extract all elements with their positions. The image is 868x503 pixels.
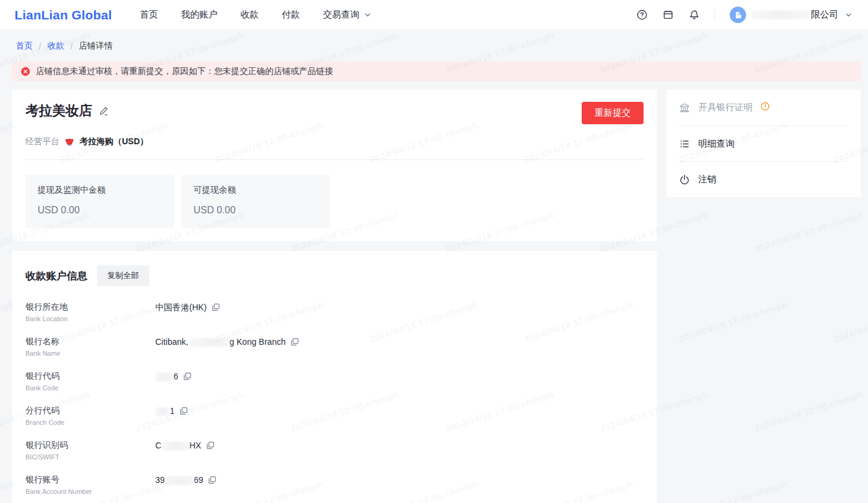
redacted-text [155, 373, 173, 381]
stat-withdrawable-balance: 可提现余额 USD 0.00 [181, 175, 330, 228]
copy-icon[interactable] [183, 372, 192, 381]
edit-icon[interactable] [98, 105, 110, 117]
redacted-text [155, 407, 170, 416]
side-item-detail-query[interactable]: 明细查询 [679, 125, 849, 161]
side-item-bank-certificate[interactable]: 开具银行证明 [679, 90, 849, 125]
bell-icon[interactable] [688, 9, 700, 21]
company-avatar [730, 7, 746, 23]
help-icon[interactable] [636, 9, 648, 21]
copy-icon[interactable] [206, 441, 215, 450]
platform-name: 考拉海购（USD） [79, 136, 149, 147]
breadcrumb: 首页 / 收款 / 店铺详情 [0, 30, 868, 52]
alert-text: 店铺信息未通过审核，请重新提交，原因如下：您未提交正确的店铺或产品链接 [36, 66, 333, 77]
main-nav: 首页 我的账户 收款 付款 交易查询 [140, 9, 372, 21]
bank-code-value: 6 [155, 371, 192, 391]
receiving-account-card: 收款账户信息 复制全部 银行所在地 Bank Location 中国香港(HK) [12, 251, 657, 503]
row-bank-account-number: 银行账号 Bank Account Number 3969 [25, 475, 644, 495]
copy-all-button[interactable]: 复制全部 [97, 265, 149, 286]
account-info-title: 收款账户信息 [25, 269, 87, 283]
chevron-down-icon [844, 10, 853, 20]
breadcrumb-collection[interactable]: 收款 [47, 41, 64, 52]
breadcrumb-current: 店铺详情 [79, 41, 113, 52]
account-menu[interactable]: 限公司 [730, 7, 853, 23]
row-bic-swift: 银行识别码 BIC/SWIFT CHX [25, 440, 644, 461]
redacted-text [752, 10, 810, 19]
nav-item-transaction-query[interactable]: 交易查询 [323, 9, 372, 21]
warning-info-icon [761, 102, 772, 113]
branch-code-value: 1 [155, 405, 188, 426]
copy-icon[interactable] [208, 476, 217, 484]
bank-location-value: 中国香港(HK) [155, 302, 220, 322]
lianlian-global-logo[interactable]: LianLian Global [15, 8, 112, 22]
power-icon [679, 174, 690, 185]
nav-item-home[interactable]: 首页 [140, 9, 158, 21]
copy-icon[interactable] [180, 407, 188, 415]
list-icon [679, 138, 690, 150]
nav-item-payment[interactable]: 付款 [282, 9, 300, 21]
stat-withdrawing-amount: 提现及监测中金额 USD 0.00 [25, 175, 174, 228]
copy-icon[interactable] [212, 303, 220, 311]
shop-summary-card: 考拉美妆店 重新提交 经营平台 考拉海购（USD） [12, 90, 657, 241]
calendar-icon[interactable] [662, 9, 674, 21]
kaola-platform-icon [64, 137, 75, 147]
chevron-down-icon [363, 10, 372, 20]
bank-account-number-value: 3969 [155, 475, 217, 495]
nav-item-my-account[interactable]: 我的账户 [181, 9, 218, 21]
error-alert: 店铺信息未通过审核，请重新提交，原因如下：您未提交正确的店铺或产品链接 [12, 62, 861, 81]
row-branch-code: 分行代码 Branch Code 1 [25, 405, 644, 426]
redacted-text [165, 476, 194, 485]
top-navbar: LianLian Global 首页 我的账户 收款 付款 交易查询 [0, 0, 868, 30]
breadcrumb-home[interactable]: 首页 [16, 41, 33, 52]
platform-label: 经营平台 [25, 136, 59, 147]
bic-swift-value: CHX [155, 440, 215, 461]
nav-item-collection[interactable]: 收款 [241, 9, 259, 21]
row-bank-name: 银行名称 Bank Name Citibank, g Kong Branch [25, 336, 644, 357]
shop-title: 考拉美妆店 [25, 102, 110, 120]
resubmit-button[interactable]: 重新提交 [582, 102, 644, 124]
error-icon [21, 67, 30, 76]
redacted-text [161, 442, 189, 450]
row-bank-location: 银行所在地 Bank Location 中国香港(HK) [25, 302, 644, 322]
side-actions-card: 开具银行证明 明细查询 [667, 90, 861, 197]
company-name: 限公司 [752, 9, 838, 21]
bank-icon [679, 102, 690, 113]
divider [25, 159, 644, 160]
redacted-text [190, 338, 229, 347]
side-item-logout[interactable]: 注销 [679, 161, 849, 197]
copy-icon[interactable] [291, 338, 299, 346]
bank-name-value: Citibank, g Kong Branch [155, 336, 299, 357]
header-divider [715, 9, 715, 21]
row-bank-code: 银行代码 Bank Code 6 [25, 371, 644, 391]
